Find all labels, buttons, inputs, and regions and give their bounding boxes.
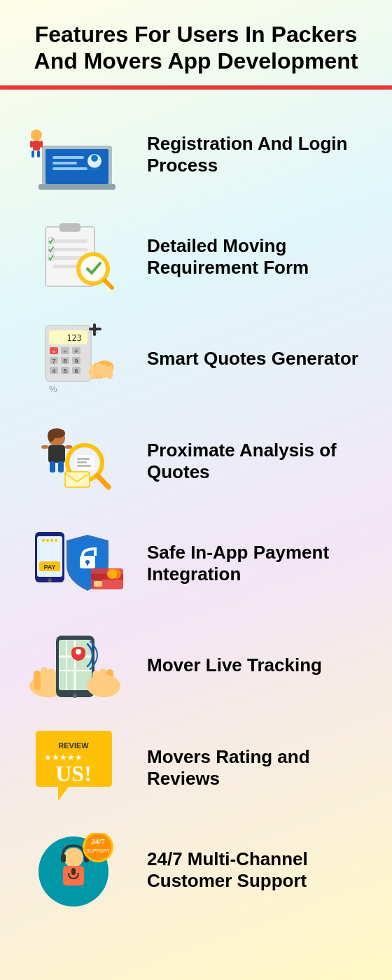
feature-item-support: 24/7 SUPPORT 24/7 Multi-Channel Customer… [0, 819, 392, 921]
svg-point-107 [87, 675, 120, 697]
svg-text:6: 6 [74, 368, 78, 374]
svg-rect-77 [87, 562, 88, 566]
svg-rect-91 [41, 667, 48, 688]
svg-rect-10 [31, 150, 34, 158]
svg-rect-5 [52, 167, 88, 170]
feature-icon-analysis [21, 423, 133, 500]
svg-rect-50 [90, 365, 96, 379]
feature-icon-rating: REVIEW ★★★★★ US! [21, 729, 133, 806]
moving-form-icon [31, 220, 122, 293]
feature-label-registration: Registration And Login Process [147, 133, 347, 176]
feature-icon-support: 24/7 SUPPORT [21, 832, 133, 909]
svg-text:US!: US! [55, 761, 92, 786]
svg-rect-51 [96, 363, 102, 378]
svg-rect-92 [48, 668, 55, 688]
svg-point-24 [80, 256, 106, 281]
svg-rect-15 [59, 223, 80, 232]
feature-text-analysis: Proximate Analysis of Quotes [147, 440, 371, 483]
svg-rect-114 [61, 854, 66, 862]
svg-point-58 [48, 430, 55, 442]
svg-text:7: 7 [52, 358, 55, 365]
svg-text:+: + [74, 347, 78, 355]
feature-item-analysis: Proximate Analysis of Quotes [0, 410, 392, 512]
feature-text-tracking: Mover Live Tracking [147, 654, 371, 676]
svg-text:4: 4 [52, 368, 55, 374]
feature-item-quotes: 123 × ÷ + 7 8 9 4 5 [0, 308, 392, 410]
svg-line-25 [105, 281, 112, 288]
feature-icon-registration [21, 116, 133, 193]
feature-text-payment: Safe In-App Payment Integration [147, 542, 371, 585]
feature-icon-payment: PAY [21, 525, 133, 602]
svg-rect-17 [52, 248, 88, 251]
svg-line-66 [97, 475, 108, 487]
svg-rect-59 [48, 445, 65, 463]
feature-item-tracking: Mover Live Tracking [0, 615, 392, 717]
svg-rect-71 [65, 472, 90, 487]
svg-point-7 [91, 155, 98, 162]
svg-rect-12 [30, 141, 33, 148]
svg-text:REVIEW: REVIEW [58, 741, 89, 750]
svg-rect-63 [58, 461, 64, 472]
feature-label-rating: Movers Rating and Reviews [147, 746, 310, 789]
feature-text-quotes: Smart Quotes Generator [147, 348, 371, 370]
analysis-icon [30, 424, 125, 498]
feature-item-payment: PAY Safe In-App Payment Integration [0, 512, 392, 615]
header-section: Features For Users In Packers And Movers… [0, 0, 392, 85]
feature-icon-quotes: 123 × ÷ + 7 8 9 4 5 [21, 321, 133, 398]
svg-rect-1 [38, 184, 115, 190]
page-title: Features For Users In Packers And Movers… [21, 21, 371, 75]
feature-label-quotes: Smart Quotes Generator [147, 348, 358, 369]
svg-text:5: 5 [63, 368, 66, 374]
svg-point-79 [46, 539, 49, 542]
accent-bar [0, 85, 392, 90]
feature-label-payment: Safe In-App Payment Integration [147, 542, 329, 584]
svg-point-78 [42, 539, 45, 542]
svg-point-80 [50, 539, 53, 542]
svg-text:9: 9 [74, 358, 78, 365]
svg-rect-11 [37, 150, 40, 158]
feature-label-tracking: Mover Live Tracking [147, 654, 322, 676]
svg-rect-62 [50, 461, 55, 472]
svg-point-81 [55, 539, 57, 542]
svg-text:÷: ÷ [94, 328, 99, 336]
feature-label-moving-form: Detailed Moving Requirement Form [147, 235, 309, 278]
svg-rect-19 [52, 265, 80, 268]
svg-rect-60 [41, 445, 48, 449]
svg-rect-53 [107, 366, 113, 379]
svg-point-8 [31, 130, 42, 141]
svg-rect-86 [94, 581, 102, 587]
svg-text:SUPPORT: SUPPORT [86, 848, 110, 853]
svg-rect-90 [34, 671, 41, 690]
svg-text:123: 123 [66, 333, 82, 343]
payment-icon: PAY [28, 526, 126, 600]
page-container: Features For Users In Packers And Movers… [0, 0, 392, 935]
feature-item-moving-form: Detailed Moving Requirement Form [0, 206, 392, 308]
svg-point-96 [73, 694, 77, 698]
feature-text-moving-form: Detailed Moving Requirement Form [147, 235, 371, 279]
svg-point-103 [76, 649, 81, 654]
svg-point-88 [107, 569, 117, 579]
svg-rect-9 [33, 141, 40, 150]
feature-text-registration: Registration And Login Process [147, 133, 371, 176]
svg-text:PAY: PAY [43, 564, 55, 570]
feature-item-registration: Registration And Login Process [0, 104, 392, 206]
svg-point-74 [48, 578, 52, 582]
feature-icon-moving-form [21, 218, 133, 295]
quotes-icon: 123 × ÷ + 7 8 9 4 5 [31, 322, 122, 396]
svg-rect-61 [65, 445, 72, 449]
svg-text:24/7: 24/7 [91, 837, 105, 846]
svg-rect-16 [52, 239, 88, 243]
svg-rect-2 [46, 149, 108, 184]
svg-text:%: % [49, 384, 57, 394]
svg-rect-4 [52, 162, 77, 164]
feature-label-analysis: Proximate Analysis of Quotes [147, 440, 337, 482]
svg-rect-69 [77, 461, 87, 463]
svg-text:8: 8 [63, 358, 66, 365]
features-list: Registration And Login Process [0, 97, 392, 935]
svg-rect-116 [71, 868, 76, 875]
rating-icon: REVIEW ★★★★★ US! [30, 731, 125, 804]
svg-rect-68 [77, 458, 90, 460]
svg-text:×: × [52, 349, 56, 355]
feature-text-support: 24/7 Multi-Channel Customer Support [147, 848, 371, 892]
tracking-icon [28, 629, 126, 702]
